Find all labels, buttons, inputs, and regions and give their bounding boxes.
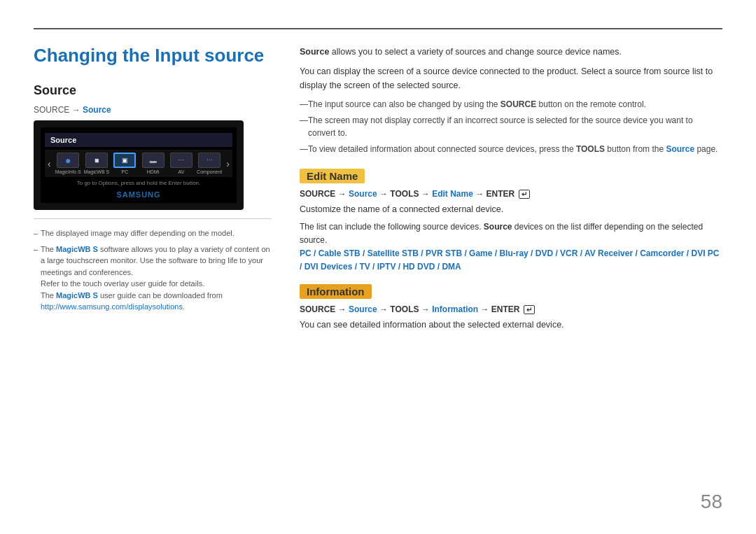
edit-name-desc: Customize the name of a connected extern… xyxy=(300,203,722,216)
component-icon-box: ⋯ xyxy=(198,153,220,168)
edit-name-path: SOURCE → Source → TOOLS → Edit Name → EN… xyxy=(300,189,722,199)
enter-icon-2: ↵ xyxy=(524,305,535,314)
tv-inner: Source ‹ ● MagicInfo S ◽ xyxy=(41,127,237,203)
magicwb-label: MagicWB S xyxy=(84,169,110,174)
info-path-source: Source xyxy=(349,304,377,314)
devices-blue-text: PC / Cable STB / Satellite STB / PVR STB… xyxy=(300,248,720,272)
page-number: 58 xyxy=(701,491,722,513)
intro-line-1: Source allows you to select a variety of… xyxy=(300,45,722,59)
information-path: SOURCE → Source → TOOLS → Information → … xyxy=(300,304,722,314)
left-column: Changing the Input source Source SOURCE … xyxy=(34,45,272,506)
right-column: Source allows you to select a variety of… xyxy=(300,45,722,506)
path-editname: Edit Name xyxy=(432,189,473,199)
device-list-note: The list can include the following sourc… xyxy=(300,220,722,247)
bullet-2: The screen may not display correctly if … xyxy=(300,114,722,139)
pc-label: PC xyxy=(121,169,128,174)
pc-icon-box: ▣ xyxy=(113,153,136,168)
source-item-pc: ▣ PC xyxy=(112,153,137,174)
enter-icon: ↵ xyxy=(519,190,530,199)
bullet-1: The input source can also be changed by … xyxy=(300,98,722,111)
magicwb-icon-box: ◽ xyxy=(85,153,108,168)
intro-text-rest: allows you to select a variety of source… xyxy=(329,47,622,57)
left-arrow-icon: ‹ xyxy=(46,158,52,169)
info-path-info: Information xyxy=(432,304,478,314)
tv-screen: Source ‹ ● MagicInfo S ◽ xyxy=(34,120,244,210)
source-icons-row: ‹ ● MagicInfo S ◽ MagicWB S xyxy=(45,150,232,177)
device-list-items: PC / Cable STB / Satellite STB / PVR STB… xyxy=(300,247,722,274)
source-bold: Source xyxy=(300,47,329,57)
note-1: The displayed image may differ depending… xyxy=(34,227,272,239)
list-note-prefix: The list can include the following sourc… xyxy=(300,222,484,232)
magicinfo-icon-box: ● xyxy=(57,153,79,168)
nav-text: SOURCE → xyxy=(34,105,83,115)
component-icon: ⋯ xyxy=(206,157,213,164)
tv-hint: To go to Options, press and hold the Ent… xyxy=(45,180,232,186)
samsung-logo: SAMSUNG xyxy=(45,190,232,199)
source-nav: SOURCE → Source xyxy=(34,105,272,115)
information-heading: Information xyxy=(300,284,372,299)
magicwb-icon: ◽ xyxy=(92,157,101,164)
tools-bold: TOOLS xyxy=(576,144,605,154)
magicwb-highlight: MagicWB S xyxy=(56,245,98,253)
magicinfo-icon: ● xyxy=(65,155,71,166)
note-2: The MagicWB S software allows you to pla… xyxy=(34,244,272,313)
section-divider xyxy=(34,218,272,219)
url-link: http://www.samsung.com/displaysolutions. xyxy=(41,302,185,311)
pc-icon: ▣ xyxy=(122,157,128,164)
magicinfo-label: MagicInfo S xyxy=(55,169,81,174)
path-source: Source xyxy=(349,189,377,199)
nav-link: Source xyxy=(83,105,111,115)
hdmi-icon: ▬ xyxy=(150,157,157,164)
top-divider xyxy=(34,28,722,29)
component-label: Component xyxy=(197,169,222,174)
content-columns: Changing the Input source Source SOURCE … xyxy=(34,45,722,506)
right-arrow-icon: › xyxy=(225,158,231,169)
source-item-component: ⋯ Component xyxy=(197,153,222,174)
intro-line-2: You can display the screen of a source d… xyxy=(300,64,722,92)
source-bold-3: Source xyxy=(484,222,512,232)
hdmi-label: HDMI xyxy=(147,169,160,174)
source-item-hdmi: ▬ HDMI xyxy=(140,153,165,174)
bullet-3: To view detailed information about conne… xyxy=(300,143,722,155)
source-item-magicwb: ◽ MagicWB S xyxy=(84,153,110,174)
av-icon: ⋯ xyxy=(178,157,184,164)
av-label: AV xyxy=(178,169,184,174)
source-bar-label: Source xyxy=(45,133,232,147)
source-item-av: ⋯ AV xyxy=(169,153,194,174)
av-icon-box: ⋯ xyxy=(170,153,192,168)
hdmi-icon-box: ▬ xyxy=(142,153,164,168)
information-desc: You can see detailed information about t… xyxy=(300,318,722,332)
edit-name-heading: Edit Name xyxy=(300,169,365,183)
source-bold-2: SOURCE xyxy=(500,99,536,109)
page-container: Changing the Input source Source SOURCE … xyxy=(0,0,756,534)
source-link: Source xyxy=(666,144,694,154)
magicwb-highlight2: MagicWB S xyxy=(56,291,98,300)
source-section-title: Source xyxy=(34,83,272,98)
source-item-magicinfo: ● MagicInfo S xyxy=(55,153,81,174)
page-title: Changing the Input source xyxy=(34,45,272,66)
